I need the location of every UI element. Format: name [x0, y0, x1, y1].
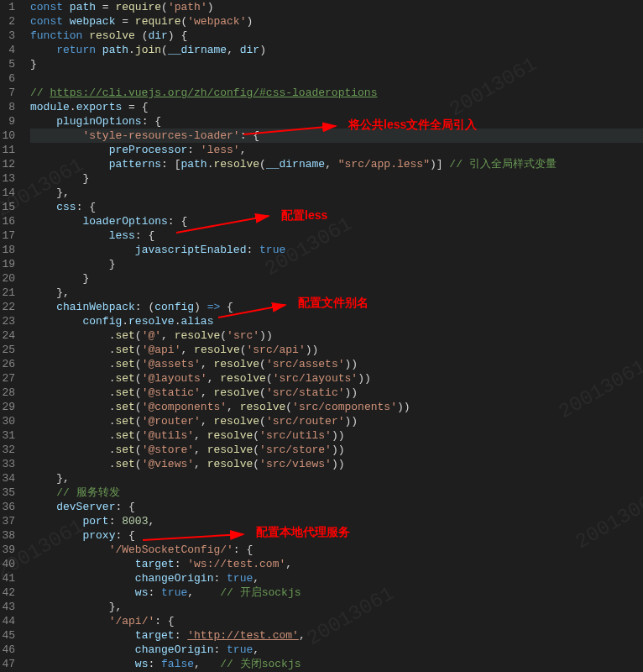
code-line[interactable]: pluginOptions: {: [30, 114, 643, 129]
line-number: 14: [0, 186, 15, 200]
code-line[interactable]: loaderOptions: {: [30, 214, 643, 228]
line-number: 16: [0, 214, 15, 228]
code-line[interactable]: .set('@router', resolve('src/router')): [30, 414, 643, 428]
code-line[interactable]: const path = require('path'): [30, 0, 643, 14]
line-gutter: 1 2 3 4 5 6 7 8 9 10 11 12 13 14 15 16 1…: [0, 0, 24, 671]
line-number: 29: [0, 400, 15, 414]
code-line[interactable]: ws: true, // 开启sockjs: [30, 585, 643, 600]
code-line[interactable]: .set('@utils', resolve('src/utils')): [30, 428, 643, 443]
line-number: 44: [0, 614, 15, 628]
code-line[interactable]: // 服务转发: [30, 486, 643, 500]
line-number: 20: [0, 271, 15, 286]
line-number: 46: [0, 643, 15, 657]
line-number: 32: [0, 443, 15, 457]
code-line[interactable]: changeOrigin: true,: [30, 643, 643, 657]
code-line[interactable]: .set('@', resolve('src')): [30, 328, 643, 343]
line-number: 45: [0, 628, 15, 643]
line-number: 34: [0, 471, 15, 486]
code-line[interactable]: config.resolve.alias: [30, 314, 643, 328]
code-line[interactable]: },: [30, 600, 643, 614]
code-line[interactable]: function resolve (dir) {: [30, 29, 643, 43]
code-line[interactable]: .set('@assets', resolve('src/assets')): [30, 357, 643, 371]
line-number: 26: [0, 357, 15, 371]
line-number: 19: [0, 257, 15, 271]
code-line[interactable]: }: [30, 257, 643, 271]
line-number: 27: [0, 371, 15, 386]
code-line[interactable]: },: [30, 471, 643, 486]
line-number: 41: [0, 571, 15, 585]
line-number: 18: [0, 243, 15, 257]
code-line[interactable]: css: {: [30, 200, 643, 214]
line-number: 15: [0, 200, 15, 214]
code-line[interactable]: [30, 71, 643, 86]
code-line[interactable]: .set('@api', resolve('src/api')): [30, 343, 643, 357]
code-line[interactable]: // https://cli.vuejs.org/zh/config/#css-…: [30, 86, 643, 100]
line-number: 2: [0, 14, 15, 29]
line-number: 25: [0, 343, 15, 357]
line-number: 5: [0, 57, 15, 71]
line-number: 17: [0, 228, 15, 243]
line-number: 38: [0, 528, 15, 543]
code-content[interactable]: const path = require('path') const webpa…: [24, 0, 643, 671]
line-number: 10: [0, 129, 15, 143]
line-number: 36: [0, 500, 15, 514]
line-number: 35: [0, 486, 15, 500]
code-line[interactable]: patterns: [path.resolve(__dirname, "src/…: [30, 157, 643, 171]
line-number: 11: [0, 143, 15, 157]
code-line[interactable]: return path.join(__dirname, dir): [30, 43, 643, 57]
code-line[interactable]: .set('@store', resolve('src/store')): [30, 443, 643, 457]
line-number: 39: [0, 543, 15, 557]
line-number: 31: [0, 428, 15, 443]
code-line[interactable]: target: 'http://test.com',: [30, 628, 643, 643]
line-number: 37: [0, 514, 15, 528]
code-line[interactable]: module.exports = {: [30, 100, 643, 114]
line-number: 6: [0, 71, 15, 86]
code-line[interactable]: chainWebpack: (config) => {: [30, 300, 643, 314]
code-line[interactable]: '/api/': {: [30, 614, 643, 628]
code-line[interactable]: javascriptEnabled: true: [30, 243, 643, 257]
code-line[interactable]: target: 'ws://test.com',: [30, 557, 643, 571]
code-line[interactable]: },: [30, 286, 643, 300]
line-number: 33: [0, 457, 15, 471]
line-number: 13: [0, 171, 15, 186]
code-line[interactable]: },: [30, 186, 643, 200]
code-line[interactable]: devServer: {: [30, 500, 643, 514]
code-line[interactable]: }: [30, 57, 643, 71]
code-editor[interactable]: 1 2 3 4 5 6 7 8 9 10 11 12 13 14 15 16 1…: [0, 0, 643, 671]
code-line[interactable]: 'style-resources-loader': {: [30, 129, 643, 143]
code-line[interactable]: .set('@layouts', resolve('src/layouts')): [30, 371, 643, 386]
code-line[interactable]: changeOrigin: true,: [30, 571, 643, 585]
code-line[interactable]: ws: false, // 关闭sockjs: [30, 657, 643, 671]
line-number: 42: [0, 585, 15, 600]
line-number: 30: [0, 414, 15, 428]
code-line[interactable]: }: [30, 171, 643, 186]
line-number: 12: [0, 157, 15, 171]
line-number: 47: [0, 657, 15, 671]
code-line[interactable]: .set('@components', resolve('src/compone…: [30, 400, 643, 414]
line-number: 22: [0, 300, 15, 314]
code-line[interactable]: port: 8003,: [30, 514, 643, 528]
line-number: 9: [0, 114, 15, 129]
line-number: 40: [0, 557, 15, 571]
code-line[interactable]: .set('@static', resolve('src/static')): [30, 386, 643, 400]
code-line[interactable]: proxy: {: [30, 528, 643, 543]
line-number: 4: [0, 43, 15, 57]
code-line[interactable]: less: {: [30, 228, 643, 243]
line-number: 21: [0, 286, 15, 300]
line-number: 3: [0, 29, 15, 43]
line-number: 23: [0, 314, 15, 328]
line-number: 7: [0, 86, 15, 100]
code-line[interactable]: const webpack = require('webpack'): [30, 14, 643, 29]
line-number: 8: [0, 100, 15, 114]
code-line[interactable]: '/WebSocketConfig/': {: [30, 543, 643, 557]
line-number: 1: [0, 0, 15, 14]
code-line[interactable]: }: [30, 271, 643, 286]
code-line[interactable]: preProcessor: 'less',: [30, 143, 643, 157]
code-line[interactable]: .set('@views', resolve('src/views')): [30, 457, 643, 471]
line-number: 24: [0, 328, 15, 343]
line-number: 43: [0, 600, 15, 614]
line-number: 28: [0, 386, 15, 400]
